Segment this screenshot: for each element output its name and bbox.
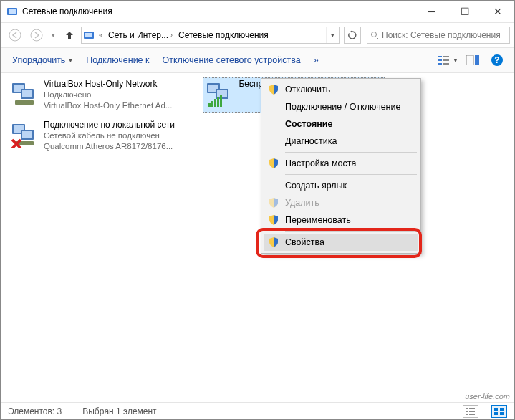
window-titlebar: Сетевые подключения ─ ☐ ✕ xyxy=(1,1,514,23)
breadcrumb[interactable]: « Сеть и Интер...› Сетевые подключения ▾ xyxy=(81,27,340,44)
svg-rect-44 xyxy=(500,408,504,411)
ctx-item-properties[interactable]: Свойства xyxy=(264,234,418,251)
svg-rect-38 xyxy=(469,408,475,409)
svg-point-3 xyxy=(31,29,42,41)
svg-rect-42 xyxy=(469,414,475,415)
ctx-item-disable[interactable]: Отключить xyxy=(264,81,418,98)
toolbar: Упорядочить▼ Подключение к Отключение се… xyxy=(1,47,514,73)
ctx-separator xyxy=(285,231,417,232)
svg-point-2 xyxy=(9,29,21,41)
shield-icon xyxy=(268,197,279,209)
nav-forward-button[interactable] xyxy=(27,25,47,45)
svg-point-6 xyxy=(372,32,377,37)
window-title: Сетевые подключения xyxy=(22,6,415,16)
watermark: user-life.com xyxy=(465,392,510,401)
network-adapter-icon xyxy=(11,79,39,108)
minimize-button[interactable]: ─ xyxy=(415,1,448,22)
close-button[interactable]: ✕ xyxy=(481,1,514,22)
connection-status: Сетевой кабель не подключен xyxy=(44,130,175,141)
toolbar-help-button[interactable]: ? xyxy=(487,52,507,69)
ctx-item-connect-disconnect[interactable]: Подключение / Отключение xyxy=(264,98,418,115)
breadcrumb-seg-2[interactable]: Сетевые подключения xyxy=(175,27,271,43)
svg-rect-37 xyxy=(466,408,468,409)
ctx-separator xyxy=(285,152,417,153)
breadcrumb-dropdown[interactable]: ▾ xyxy=(326,27,339,43)
connection-name: VirtualBox Host-Only Network xyxy=(44,79,172,90)
toolbar-organize[interactable]: Упорядочить▼ xyxy=(8,52,77,68)
svg-rect-45 xyxy=(494,412,498,415)
svg-rect-41 xyxy=(466,414,468,415)
svg-rect-33 xyxy=(211,101,213,107)
nav-back-button[interactable] xyxy=(5,25,25,45)
connection-item-lan[interactable]: Подключение по локальной сети Сетевой ка… xyxy=(8,118,193,153)
search-icon xyxy=(370,31,379,39)
connection-item-virtualbox[interactable]: VirtualBox Host-Only Network Подключено … xyxy=(8,77,193,113)
svg-rect-21 xyxy=(22,90,32,97)
svg-rect-22 xyxy=(15,100,34,105)
navigation-bar: ▾ « Сеть и Интер...› Сетевые подключения… xyxy=(1,23,514,47)
shield-icon xyxy=(268,237,279,248)
status-separator xyxy=(72,406,72,416)
toolbar-connect[interactable]: Подключение к xyxy=(82,52,153,68)
svg-rect-1 xyxy=(9,9,16,14)
svg-rect-8 xyxy=(438,56,442,57)
svg-rect-11 xyxy=(443,56,449,57)
svg-rect-46 xyxy=(500,412,504,415)
shield-icon xyxy=(268,214,279,226)
refresh-button[interactable] xyxy=(344,27,361,44)
toolbar-disable[interactable]: Отключение сетевого устройства xyxy=(158,52,305,68)
context-menu: Отключить Подключение / Отключение Состо… xyxy=(261,78,421,254)
connection-device: Qualcomm Atheros AR8172/8176... xyxy=(44,141,175,152)
svg-rect-32 xyxy=(208,103,211,107)
connection-device: VirtualBox Host-Only Ethernet Ad... xyxy=(44,100,172,111)
svg-rect-10 xyxy=(438,63,442,65)
svg-rect-15 xyxy=(475,55,479,65)
wireless-adapter-icon xyxy=(206,79,234,108)
svg-rect-36 xyxy=(220,95,222,107)
svg-rect-9 xyxy=(438,59,442,61)
ctx-item-status[interactable]: Состояние xyxy=(264,115,418,133)
svg-line-7 xyxy=(376,37,378,39)
svg-rect-14 xyxy=(466,55,473,65)
svg-rect-34 xyxy=(214,99,216,107)
view-icons-button[interactable] xyxy=(491,405,507,418)
ctx-item-delete: Удалить xyxy=(264,194,418,211)
toolbar-view-button[interactable]: ▼ xyxy=(438,52,458,69)
svg-rect-13 xyxy=(443,63,449,65)
view-details-button[interactable] xyxy=(463,405,478,418)
toolbar-preview-button[interactable] xyxy=(463,52,483,69)
ctx-item-create-shortcut[interactable]: Создать ярлык xyxy=(264,177,418,194)
toolbar-more[interactable]: » xyxy=(309,52,323,68)
nav-recent-button[interactable]: ▾ xyxy=(48,25,58,45)
network-adapter-disconnected-icon xyxy=(11,120,39,148)
shield-icon xyxy=(268,158,279,169)
svg-rect-40 xyxy=(469,411,475,412)
breadcrumb-root-chevron[interactable]: « xyxy=(96,27,105,43)
svg-rect-5 xyxy=(85,33,92,37)
connection-name: Подключение по локальной сети xyxy=(44,120,175,130)
status-selected: Выбран 1 элемент xyxy=(82,406,156,416)
shield-icon xyxy=(268,84,279,95)
svg-rect-39 xyxy=(466,411,468,412)
svg-text:?: ? xyxy=(494,55,499,65)
ctx-separator xyxy=(285,174,417,175)
ctx-item-diagnostics[interactable]: Диагностика xyxy=(264,133,418,150)
search-box[interactable]: Поиск: Сетевые подключения xyxy=(367,27,510,44)
maximize-button[interactable]: ☐ xyxy=(448,1,481,22)
breadcrumb-icon xyxy=(82,29,96,41)
search-placeholder: Поиск: Сетевые подключения xyxy=(382,30,501,40)
svg-rect-26 xyxy=(22,131,32,138)
connection-status: Подключено xyxy=(44,90,172,100)
status-item-count: Элементов: 3 xyxy=(8,406,62,416)
svg-rect-43 xyxy=(494,408,498,411)
app-icon xyxy=(6,6,18,17)
ctx-item-rename[interactable]: Переименовать xyxy=(264,211,418,229)
svg-rect-12 xyxy=(443,59,449,61)
status-bar: Элементов: 3 Выбран 1 элемент xyxy=(1,402,514,419)
breadcrumb-seg-1[interactable]: Сеть и Интер...› xyxy=(105,27,175,43)
svg-rect-35 xyxy=(217,97,219,107)
ctx-item-bridge[interactable]: Настройка моста xyxy=(264,155,418,172)
content-area: VirtualBox Host-Only Network Подключено … xyxy=(1,73,514,403)
nav-up-button[interactable] xyxy=(59,25,80,45)
